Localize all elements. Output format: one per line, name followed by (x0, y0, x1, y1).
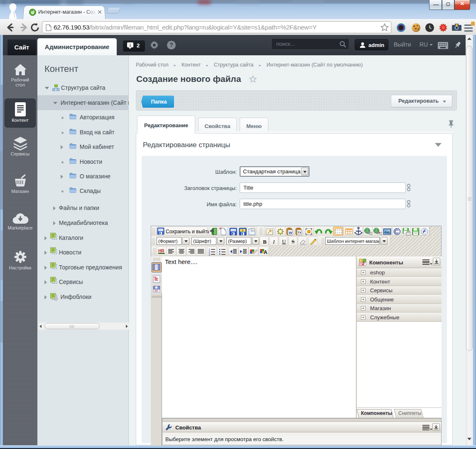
svg-text:TX: TX (297, 231, 302, 234)
svg-text:U: U (282, 238, 286, 244)
svg-text:I: I (272, 239, 275, 245)
svg-text:HR: HR (158, 249, 164, 253)
svg-text:3: 3 (209, 253, 210, 256)
svg-text:S: S (292, 238, 294, 244)
svg-text:B: B (263, 239, 267, 245)
svg-text:2: 2 (362, 261, 365, 266)
svg-text:W: W (289, 231, 292, 235)
svg-text:?: ? (242, 229, 244, 232)
svg-text:A: A (264, 249, 267, 255)
